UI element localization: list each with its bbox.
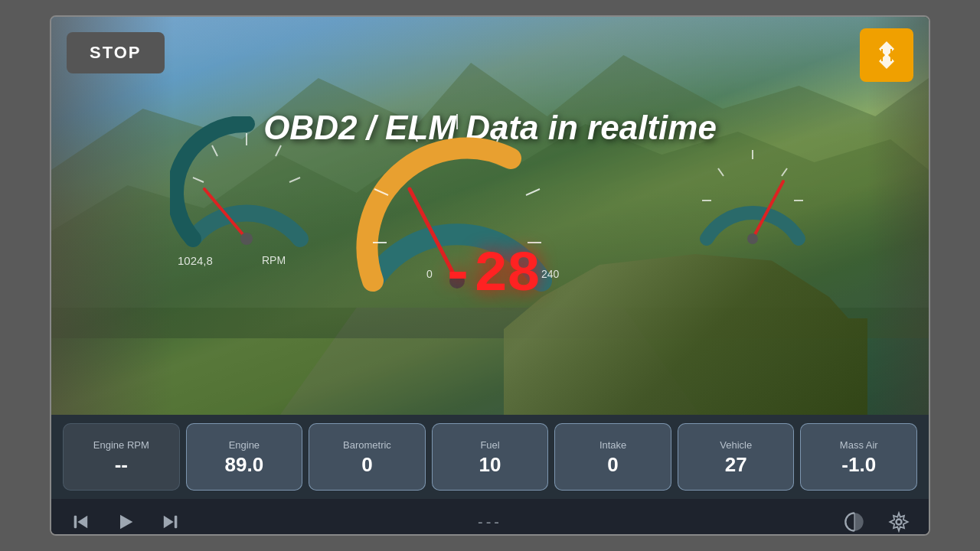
play-button[interactable] [111,507,140,536]
sensor-card-mass-air[interactable]: Mass Air -1.0 [800,423,917,491]
progress-indicator: --- [349,514,632,531]
speed-display: -28 [440,243,539,308]
svg-line-12 [289,178,300,182]
svg-point-37 [897,520,902,525]
sensor-value-intake: 0 [607,455,618,474]
settings-button[interactable] [884,507,913,536]
speed-max-label: 240 [541,268,559,280]
playback-controls [67,507,349,536]
brand-logo [860,28,913,82]
gear-icon [888,511,910,533]
svg-marker-35 [164,516,174,528]
app-frame: STOP OBD2 / ELM Data in realtime [50,15,930,536]
skip-forward-button[interactable] [155,507,185,536]
display-icon [844,511,865,533]
sensor-card-fuel[interactable]: Fuel 10 [432,423,549,491]
settings-controls [631,507,913,536]
main-area: STOP OBD2 / ELM Data in realtime [51,17,929,415]
play-icon [115,511,136,533]
rpm-reading: 1024,8 [178,254,213,267]
sensor-card-engine[interactable]: Engine 89.0 [186,423,303,491]
svg-point-30 [747,233,758,244]
sensor-label-engine-rpm: Engine RPM [93,439,149,451]
svg-line-10 [276,145,281,156]
right-gauge [691,139,814,262]
sensor-label-mass-air: Mass Air [840,439,878,451]
sensor-label-intake: Intake [599,439,626,451]
sensor-value-engine-rpm: -- [115,455,128,474]
stop-button[interactable]: STOP [67,32,165,73]
sensor-value-fuel: 10 [479,455,501,474]
sensor-label-barometric: Barometric [343,439,391,451]
svg-line-9 [212,145,217,156]
svg-line-11 [193,178,204,182]
sensor-card-barometric[interactable]: Barometric 0 [309,423,426,491]
rpm-gauge [170,116,323,269]
svg-point-14 [240,233,253,245]
svg-line-26 [782,168,787,176]
svg-line-25 [718,168,724,176]
svg-marker-32 [77,516,87,528]
sensor-card-vehicle[interactable]: Vehicle 27 [678,423,795,491]
sensor-card-intake[interactable]: Intake 0 [554,423,671,491]
svg-line-16 [411,128,417,142]
skip-forward-icon [159,511,181,533]
display-toggle-button[interactable] [840,507,869,536]
speed-min-label: 0 [426,268,433,280]
gauges-area: -28 1024,8 RPM 0 240 [51,93,929,346]
sensor-card-engine-rpm[interactable]: Engine RPM -- [63,423,180,491]
progress-dots: --- [478,514,502,531]
sensor-cards-row: Engine RPM -- Engine 89.0 Barometric 0 F… [51,415,929,499]
sensor-label-fuel: Fuel [480,439,499,451]
svg-rect-34 [175,516,178,528]
controls-bar: --- [51,499,929,536]
skip-back-button[interactable] [67,507,96,536]
sensor-value-barometric: 0 [361,455,372,474]
sensor-label-vehicle: Vehicle [720,439,752,451]
svg-line-19 [526,189,540,195]
sensor-value-vehicle: 27 [725,455,747,474]
skip-back-icon [70,511,92,533]
sensor-value-engine: 89.0 [225,455,264,474]
rpm-unit-label: RPM [262,254,286,266]
svg-marker-33 [120,515,132,530]
sensor-value-mass-air: -1.0 [841,455,876,474]
svg-rect-31 [74,516,77,528]
sensor-label-engine: Engine [229,439,260,451]
svg-line-17 [497,128,503,142]
